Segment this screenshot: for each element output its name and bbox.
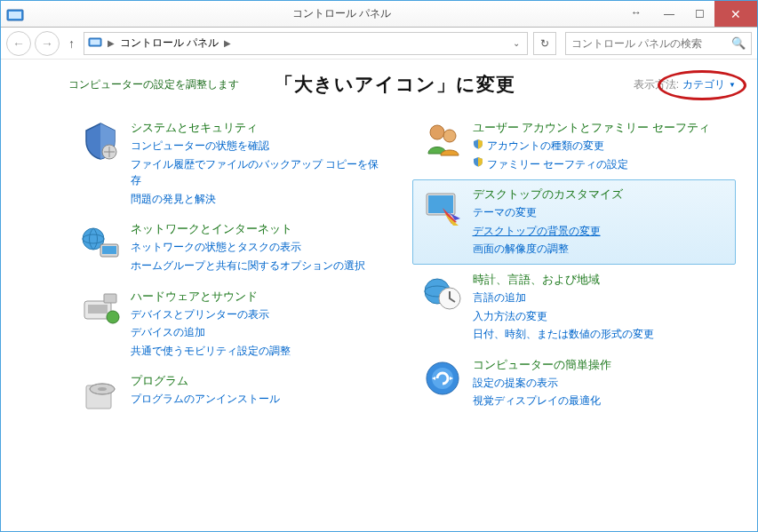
category-sublink[interactable]: 共通で使うモビリティ設定の調整 <box>131 343 291 360</box>
category-sublink[interactable]: デバイスの追加 <box>131 324 291 341</box>
right-column: ユーザー アカウントとファミリー セーフティアカウントの種類の変更ファミリー セ… <box>412 113 737 423</box>
sublink-text[interactable]: プログラムのアンインストール <box>131 391 280 408</box>
category-sublink[interactable]: 視覚ディスプレイの最適化 <box>473 393 611 409</box>
chevron-down-icon[interactable]: ▼ <box>729 81 736 89</box>
svg-point-16 <box>98 387 107 391</box>
category-item: システムとセキュリティコンピューターの状態を確認ファイル履歴でファイルのバックア… <box>70 113 395 214</box>
sublink-text[interactable]: ファイル履歴でファイルのバックアップ コピーを保存 <box>131 156 386 189</box>
svg-rect-8 <box>102 246 116 254</box>
svg-point-18 <box>443 130 456 142</box>
system-icon[interactable] <box>79 120 122 163</box>
navbar: ← → ↑ ▶ コントロール パネル ▶ ⌄ ↻ 🔍 <box>1 28 757 60</box>
sublink-text[interactable]: 視覚ディスプレイの最適化 <box>473 393 601 409</box>
category-sublink[interactable]: 設定の提案の表示 <box>473 375 611 392</box>
close-button[interactable]: ✕ <box>714 1 757 27</box>
sublink-text[interactable]: 共通で使うモビリティ設定の調整 <box>131 343 291 360</box>
svg-rect-20 <box>428 195 453 213</box>
up-button[interactable]: ↑ <box>63 36 80 51</box>
sublink-text[interactable]: コンピューターの状態を確認 <box>131 138 269 155</box>
category-title[interactable]: デスクトップのカスタマイズ <box>473 187 623 202</box>
content-area: コンピューターの設定を調整します 「大きいアイコン」に変更 表示方法: カテゴリ… <box>1 60 757 531</box>
chevron-right-icon[interactable]: ▶ <box>224 38 231 48</box>
sublink-text[interactable]: 言語の追加 <box>473 290 526 306</box>
category-sublink[interactable]: ファイル履歴でファイルのバックアップ コピーを保存 <box>131 156 386 189</box>
desktop-icon[interactable] <box>421 187 464 229</box>
sublink-text[interactable]: デスクトップの背景の変更 <box>473 223 601 240</box>
sublink-text[interactable]: 設定の提案の表示 <box>473 375 558 392</box>
category-sublink[interactable]: 言語の追加 <box>473 290 654 306</box>
svg-point-11 <box>107 311 119 323</box>
annotation-text: 「大きいアイコン」に変更 <box>275 72 515 97</box>
category-item: 時計、言語、および地域言語の追加入力方法の変更日付、時刻、または数値の形式の変更 <box>412 265 737 350</box>
svg-rect-1 <box>9 12 21 19</box>
category-body: プログラムプログラムのアンインストール <box>131 373 280 416</box>
svg-rect-3 <box>91 40 100 45</box>
back-button[interactable]: ← <box>6 31 31 56</box>
category-sublink[interactable]: ホームグループと共有に関するオプションの選択 <box>131 258 365 274</box>
category-body: システムとセキュリティコンピューターの状態を確認ファイル履歴でファイルのバックア… <box>131 120 386 207</box>
address-icon <box>88 36 102 51</box>
category-title[interactable]: 時計、言語、および地域 <box>473 272 654 288</box>
clock-icon[interactable] <box>421 272 464 314</box>
category-sublink[interactable]: デスクトップの背景の変更 <box>473 223 623 240</box>
category-sublink[interactable]: プログラムのアンインストール <box>131 391 280 408</box>
category-title[interactable]: システムとセキュリティ <box>131 120 386 136</box>
category-body: 時計、言語、および地域言語の追加入力方法の変更日付、時刻、または数値の形式の変更 <box>473 272 654 343</box>
category-title[interactable]: ユーザー アカウントとファミリー セーフティ <box>473 120 710 136</box>
category-sublink[interactable]: 日付、時刻、または数値の形式の変更 <box>473 326 654 343</box>
category-sublink[interactable]: テーマの変更 <box>473 204 623 221</box>
category-item: コンピューターの簡単操作設定の提案の表示視覚ディスプレイの最適化 <box>412 350 737 417</box>
category-title[interactable]: コンピューターの簡単操作 <box>473 357 611 373</box>
svg-rect-10 <box>88 305 108 314</box>
category-sublink[interactable]: デバイスとプリンターの表示 <box>131 306 291 323</box>
sublink-text[interactable]: 画面の解像度の調整 <box>473 241 569 258</box>
resize-handle-icon[interactable]: ↔ <box>631 6 642 19</box>
address-bar[interactable]: ▶ コントロール パネル ▶ ⌄ <box>84 32 528 55</box>
sublink-text[interactable]: テーマの変更 <box>473 204 537 221</box>
category-body: デスクトップのカスタマイズテーマの変更デスクトップの背景の変更画面の解像度の調整 <box>473 187 623 258</box>
sublink-text[interactable]: ファミリー セーフティの設定 <box>487 156 628 173</box>
maximize-button[interactable]: ☐ <box>684 1 714 27</box>
ease-icon[interactable] <box>421 357 464 400</box>
sublink-text[interactable]: 問題の発見と解決 <box>131 191 216 208</box>
category-item: デスクトップのカスタマイズテーマの変更デスクトップの背景の変更画面の解像度の調整 <box>412 179 737 265</box>
category-sublink[interactable]: ネットワークの状態とタスクの表示 <box>131 239 365 256</box>
category-title[interactable]: プログラム <box>131 373 280 389</box>
category-sublink[interactable]: アカウントの種類の変更 <box>473 138 710 155</box>
network-icon[interactable] <box>79 221 122 264</box>
category-title[interactable]: ハードウェアとサウンド <box>131 289 291 305</box>
breadcrumb[interactable]: コントロール パネル <box>120 36 219 51</box>
shield-icon <box>473 156 483 171</box>
sublink-text[interactable]: 入力方法の変更 <box>473 308 547 325</box>
sublink-text[interactable]: 日付、時刻、または数値の形式の変更 <box>473 326 654 343</box>
address-dropdown-icon[interactable]: ⌄ <box>509 38 523 48</box>
category-sublink[interactable]: 画面の解像度の調整 <box>473 241 623 258</box>
category-sublink[interactable]: 問題の発見と解決 <box>131 191 386 208</box>
category-sublink[interactable]: 入力方法の変更 <box>473 308 654 325</box>
view-by: 表示方法: カテゴリ ▼ <box>634 77 736 92</box>
control-panel-icon <box>6 6 24 22</box>
shield-icon <box>473 139 483 154</box>
sublink-text[interactable]: ホームグループと共有に関するオプションの選択 <box>131 258 365 274</box>
search-box[interactable]: 🔍 <box>565 32 752 55</box>
svg-rect-12 <box>104 294 116 303</box>
hardware-icon[interactable] <box>79 289 122 331</box>
view-by-value[interactable]: カテゴリ <box>682 77 725 92</box>
search-icon[interactable]: 🔍 <box>731 36 746 50</box>
category-item: ネットワークとインターネットネットワークの状態とタスクの表示ホームグループと共有… <box>70 214 395 281</box>
minimize-button[interactable]: — <box>654 1 684 27</box>
search-input[interactable] <box>571 37 746 50</box>
category-sublink[interactable]: コンピューターの状態を確認 <box>131 138 386 155</box>
user-icon[interactable] <box>421 120 464 163</box>
sublink-text[interactable]: ネットワークの状態とタスクの表示 <box>131 239 301 256</box>
category-title[interactable]: ネットワークとインターネット <box>131 221 365 237</box>
category-sublink[interactable]: ファミリー セーフティの設定 <box>473 156 710 173</box>
sublink-text[interactable]: デバイスとプリンターの表示 <box>131 306 269 323</box>
programs-icon[interactable] <box>79 373 122 416</box>
heading-row: コンピューターの設定を調整します 「大きいアイコン」に変更 表示方法: カテゴリ… <box>68 72 736 97</box>
forward-button[interactable]: → <box>35 31 60 56</box>
sublink-text[interactable]: デバイスの追加 <box>131 324 205 341</box>
refresh-button[interactable]: ↻ <box>533 32 556 55</box>
sublink-text[interactable]: アカウントの種類の変更 <box>487 138 604 155</box>
chevron-right-icon: ▶ <box>108 38 115 48</box>
